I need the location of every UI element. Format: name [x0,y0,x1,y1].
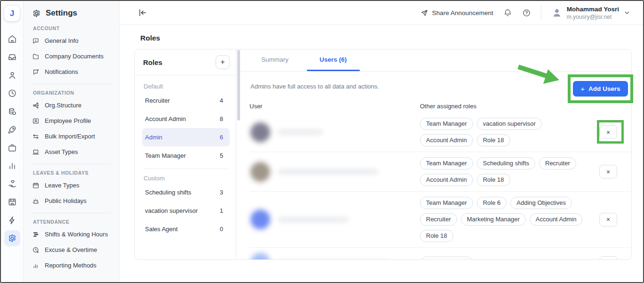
role-item-scheduling-shifts[interactable]: Scheduling shifts3 [142,183,230,202]
add-users-button[interactable]: + Add Users [573,81,628,97]
sidebar-item-label: Company Documents [45,53,104,60]
sidebar-title: Settings [32,8,119,18]
blurred-avatar [250,253,270,260]
rail-item-home[interactable] [4,31,20,47]
coins-icon [8,107,17,116]
laptop-icon [32,148,40,156]
sidebar-item-label: Shifts & Working Hours [45,231,108,238]
profile-menu[interactable]: Mohammad Yosri m.yousry@jisr.net [551,5,631,20]
assigned-roles-cell: Team ManagerRole 6Adding ObjectivesRecru… [420,197,586,242]
role-item-recruiter[interactable]: Recruiter4 [142,91,230,110]
role-chip-team-manager: Team Manager [420,157,473,170]
role-chip-marketing-manager: Marketing Manager [461,213,526,226]
remove-user-button[interactable]: × [599,256,617,260]
rail-item-bar-chart[interactable] [4,158,20,174]
blurred-avatar [250,210,270,229]
remove-user-button[interactable]: × [599,125,617,139]
roles-card: Roles + DefaultRecruiter4Account Admin8A… [134,49,632,260]
bar-chart-icon [8,161,17,170]
rail-item-coins[interactable] [4,104,20,120]
role-chip-scheduling-shifts: Scheduling shifts [477,157,535,170]
main-area: Share Announcement Mohammad Yosri m.yous… [120,1,643,282]
role-name: Sales Agent [145,226,177,233]
sidebar-item-label: Leave Types [45,182,79,189]
sidebar-item-asset-types[interactable]: Asset Types [32,144,119,160]
remove-user-button[interactable]: × [599,213,617,226]
role-name: Scheduling shifts [145,189,191,196]
sidebar-item-notifications[interactable]: Notifications [32,64,119,80]
sidebar-item-public-holidays[interactable]: Public Holidays [32,193,119,209]
role-name: vacation supervisor [145,207,198,214]
tab-summary[interactable]: Summary [249,49,301,71]
role-item-sales-agent[interactable]: Sales Agent0 [142,220,230,238]
user-cell [250,122,420,142]
sidebar-item-general-info[interactable]: General Info [32,33,119,49]
role-chip-role-6: Role 6 [477,197,507,209]
sidebar-title-label: Settings [46,8,77,18]
role-chip-vacation-supervisor: vacation supervisor [477,118,542,130]
id-card-icon [32,117,40,125]
add-role-button[interactable]: + [216,55,230,69]
user-icon [8,71,17,80]
role-chip-team-manager: Team Manager [420,118,473,130]
role-item-account-admin[interactable]: Account Admin8 [142,110,230,128]
rail-item-hand-heart[interactable] [4,176,20,192]
sidebar-divider [32,164,111,164]
rail-item-user[interactable] [4,67,20,83]
panel-scrollbar[interactable] [237,50,240,121]
rail-item-gear[interactable] [4,230,20,246]
sidebar-item-org-structure[interactable]: Org.Structure [32,97,119,113]
sidebar-item-shifts-working-hours[interactable]: Shifts & Working Hours [32,226,119,242]
shifts-icon [32,231,40,238]
role-item-vacation-supervisor[interactable]: vacation supervisor1 [142,202,230,220]
clock-plus-icon [32,246,40,254]
assigned-roles-cell: Account Admin [420,257,586,260]
role-item-team-manager[interactable]: Team Manager5 [142,146,230,165]
message-info-icon [32,37,40,45]
role-user-count: 8 [220,115,225,122]
role-name: Team Manager [145,152,186,159]
sidebar-item-company-documents[interactable]: Company Documents [32,49,119,64]
role-chip-account-admin: Account Admin [420,257,473,260]
user-row-4: Account Admin× [250,248,631,260]
rail-item-clock[interactable] [4,85,20,101]
rocket-icon [8,125,17,134]
sidebar-item-reporting-methods[interactable]: Reporting Methods [32,258,119,273]
user-email: m.yousry@jisr.net [567,14,619,20]
collapse-sidebar-icon[interactable] [137,8,148,18]
rail-item-zap[interactable] [4,212,20,228]
blurred-avatar [250,162,270,182]
calendar-icon [32,182,40,189]
sidebar-item-bulk-import-export[interactable]: Bulk Import/Export [32,129,119,144]
rail-item-store[interactable] [4,194,20,210]
sidebar-section-leaves-holidays: LEAVES & HOLIDAYS [33,170,119,176]
clock-icon [8,89,17,98]
settings-sidebar: Settings ACCOUNTGeneral InfoCompany Docu… [24,1,120,282]
rail-item-briefcase[interactable] [4,140,20,156]
sidebar-item-employee-profile[interactable]: Employee Profile [32,113,119,129]
role-name: Recruiter [145,97,170,104]
sidebar-item-leave-types[interactable]: Leave Types [32,178,119,193]
jisr-logo[interactable]: J [4,6,20,21]
hand-heart-icon [8,179,17,189]
tab-users-6[interactable]: Users (6) [307,49,360,71]
notifications-bell-icon[interactable] [503,8,512,17]
share-announcement-button[interactable]: Share Announcement [420,9,493,17]
role-user-count: 1 [220,207,225,214]
assigned-roles-cell: Team ManagerScheduling shiftsRecruiterAc… [420,157,586,186]
bar-chart-small-icon [32,262,40,269]
roles-panel-title: Roles [143,58,162,66]
user-name: Mohammad Yosri [567,5,619,14]
role-chip-recruiter: Recruiter [420,213,457,226]
roles-group-divider [143,169,229,169]
role-name: Account Admin [145,115,186,122]
sidebar-item-excuse-overtime[interactable]: Excuse & Overtime [32,242,119,258]
rail-item-rocket[interactable] [4,121,20,137]
sidebar-item-label: Notifications [45,68,78,75]
remove-user-button[interactable]: × [599,165,617,178]
blurred-user-name [278,217,348,223]
help-icon[interactable] [522,8,531,17]
role-item-admin[interactable]: Admin6 [142,128,230,146]
rail-item-inbox[interactable] [4,49,20,65]
role-detail-panel: SummaryUsers (6) Admins have full access… [236,49,631,259]
